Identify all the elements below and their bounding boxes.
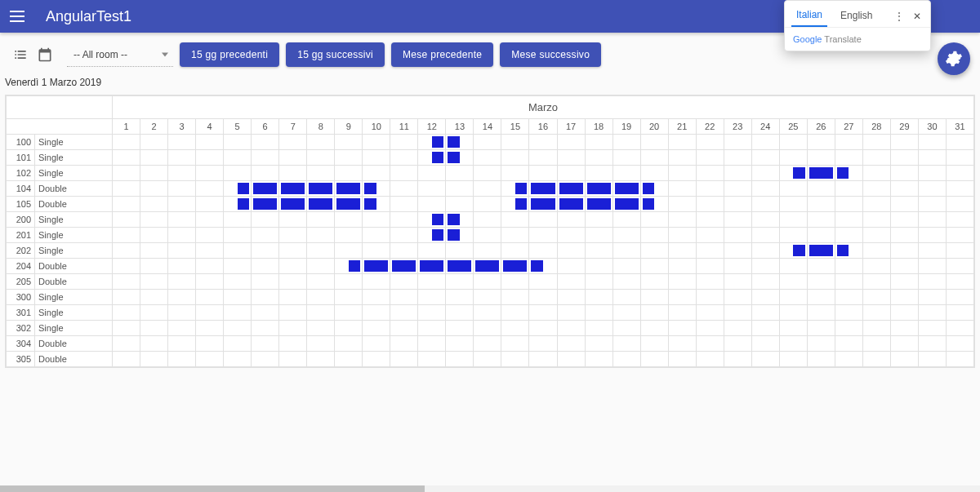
day-cell[interactable]	[918, 212, 946, 228]
day-cell[interactable]	[612, 135, 640, 150]
day-cell[interactable]	[807, 181, 835, 197]
day-cell[interactable]	[862, 243, 890, 259]
day-cell[interactable]	[474, 243, 501, 259]
day-cell[interactable]	[224, 305, 252, 321]
menu-icon[interactable]	[10, 7, 29, 26]
day-cell[interactable]	[807, 352, 835, 367]
booking-bar[interactable]	[643, 183, 655, 194]
booking-bar[interactable]	[281, 198, 305, 210]
day-cell[interactable]	[640, 274, 668, 290]
day-cell[interactable]	[335, 228, 363, 243]
day-cell[interactable]	[501, 212, 529, 228]
day-cell[interactable]	[890, 166, 918, 181]
settings-fab[interactable]	[938, 42, 970, 75]
day-cell[interactable]	[168, 336, 196, 352]
day-cell[interactable]	[501, 290, 529, 305]
day-cell[interactable]	[862, 197, 890, 212]
day-cell[interactable]	[668, 212, 696, 228]
day-cell[interactable]	[946, 197, 973, 212]
day-cell[interactable]	[807, 150, 835, 166]
day-cell[interactable]	[140, 166, 168, 181]
day-cell[interactable]	[224, 135, 252, 150]
day-cell[interactable]	[307, 321, 335, 336]
day-cell[interactable]	[557, 135, 585, 150]
day-cell[interactable]	[363, 321, 390, 336]
day-cell[interactable]	[557, 290, 585, 305]
day-cell[interactable]	[390, 259, 418, 274]
day-cell[interactable]	[363, 290, 390, 305]
day-cell[interactable]	[946, 274, 973, 290]
day-cell[interactable]	[501, 321, 529, 336]
day-cell[interactable]	[363, 352, 390, 367]
day-cell[interactable]	[446, 228, 474, 243]
booking-bar[interactable]	[503, 260, 527, 272]
day-cell[interactable]	[307, 197, 335, 212]
day-cell[interactable]	[140, 135, 168, 150]
day-cell[interactable]	[418, 259, 446, 274]
day-cell[interactable]	[807, 212, 835, 228]
day-cell[interactable]	[446, 336, 474, 352]
booking-bar[interactable]	[253, 198, 277, 210]
day-cell[interactable]	[446, 259, 474, 274]
day-cell[interactable]	[196, 135, 224, 150]
day-cell[interactable]	[724, 305, 751, 321]
day-cell[interactable]	[835, 321, 862, 336]
day-cell[interactable]	[335, 352, 363, 367]
day-cell[interactable]	[890, 150, 918, 166]
next-15-button[interactable]: 15 gg successivi	[286, 42, 385, 67]
day-cell[interactable]	[474, 135, 501, 150]
day-cell[interactable]	[890, 321, 918, 336]
day-cell[interactable]	[862, 166, 890, 181]
day-cell[interactable]	[224, 212, 252, 228]
booking-bar[interactable]	[559, 198, 583, 210]
booking-bar[interactable]	[809, 167, 833, 179]
day-cell[interactable]	[224, 243, 252, 259]
day-cell[interactable]	[946, 166, 973, 181]
day-cell[interactable]	[640, 181, 668, 197]
day-cell[interactable]	[557, 150, 585, 166]
day-cell[interactable]	[751, 259, 779, 274]
booking-bar[interactable]	[837, 245, 849, 256]
day-cell[interactable]	[529, 181, 557, 197]
day-cell[interactable]	[751, 336, 779, 352]
day-cell[interactable]	[390, 305, 418, 321]
booking-bar[interactable]	[336, 183, 360, 194]
day-cell[interactable]	[168, 274, 196, 290]
day-cell[interactable]	[724, 181, 751, 197]
day-cell[interactable]	[113, 321, 140, 336]
day-cell[interactable]	[779, 212, 807, 228]
day-cell[interactable]	[862, 228, 890, 243]
day-cell[interactable]	[252, 166, 279, 181]
day-cell[interactable]	[224, 197, 252, 212]
day-cell[interactable]	[418, 166, 446, 181]
day-cell[interactable]	[446, 150, 474, 166]
day-cell[interactable]	[224, 321, 252, 336]
day-cell[interactable]	[279, 150, 307, 166]
day-cell[interactable]	[807, 274, 835, 290]
day-cell[interactable]	[640, 305, 668, 321]
day-cell[interactable]	[696, 197, 724, 212]
day-cell[interactable]	[835, 135, 862, 150]
booking-bar[interactable]	[515, 198, 528, 210]
day-cell[interactable]	[335, 212, 363, 228]
day-cell[interactable]	[612, 228, 640, 243]
day-cell[interactable]	[307, 228, 335, 243]
day-cell[interactable]	[363, 166, 390, 181]
booking-bar[interactable]	[392, 260, 404, 272]
day-cell[interactable]	[862, 259, 890, 274]
day-cell[interactable]	[196, 336, 224, 352]
day-cell[interactable]	[807, 135, 835, 150]
day-cell[interactable]	[446, 321, 474, 336]
day-cell[interactable]	[640, 212, 668, 228]
day-cell[interactable]	[363, 181, 390, 197]
day-cell[interactable]	[862, 352, 890, 367]
booking-bar[interactable]	[531, 183, 555, 194]
day-cell[interactable]	[779, 166, 807, 181]
day-cell[interactable]	[640, 336, 668, 352]
day-cell[interactable]	[446, 212, 474, 228]
day-cell[interactable]	[501, 243, 529, 259]
day-cell[interactable]	[696, 212, 724, 228]
day-cell[interactable]	[751, 228, 779, 243]
day-cell[interactable]	[585, 181, 612, 197]
day-cell[interactable]	[307, 166, 335, 181]
